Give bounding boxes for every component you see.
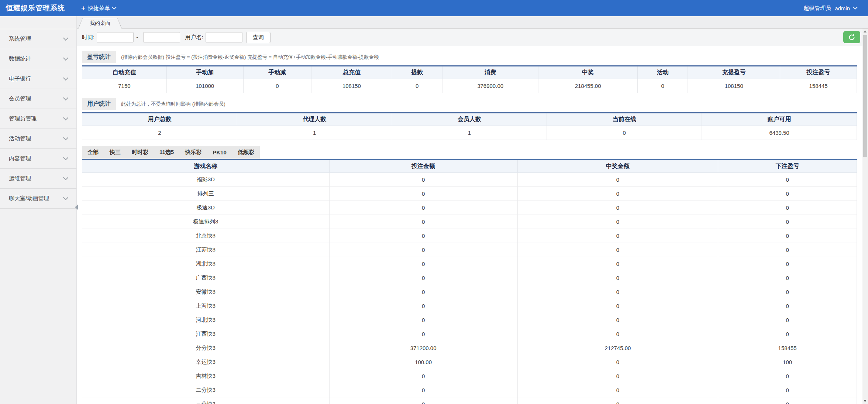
game-name-cell: 江西快3 bbox=[82, 327, 330, 341]
user-name: admin bbox=[835, 5, 850, 11]
chevron-down-icon bbox=[63, 195, 68, 200]
chevron-down-icon bbox=[63, 55, 68, 61]
stat-value-cell: 2 bbox=[82, 126, 237, 140]
query-button[interactable]: 查询 bbox=[246, 32, 271, 43]
game-name-cell: 上海快3 bbox=[82, 299, 330, 313]
refresh-button[interactable] bbox=[843, 31, 860, 43]
stat-value-cell: 218455.00 bbox=[538, 79, 638, 93]
sidebar-item[interactable]: 数据统计 bbox=[0, 49, 76, 69]
tab-label: 我的桌面 bbox=[79, 18, 121, 28]
sidebar: 系统管理 数据统计 电子银行 会员管理 管理员管理 活动管理 内容管理 运维管理… bbox=[0, 16, 77, 404]
bet-amount-cell: 0 bbox=[329, 299, 517, 313]
sidebar-item-label: 会员管理 bbox=[9, 95, 31, 102]
game-filter-tab[interactable]: 11选5 bbox=[154, 146, 179, 159]
tab-my-desktop[interactable]: 我的桌面 bbox=[78, 18, 122, 28]
game-filter-tab[interactable]: 时时彩 bbox=[126, 146, 154, 159]
table-row: 二分快3 0 0 0 bbox=[82, 383, 857, 397]
game-filter-tab[interactable]: PK10 bbox=[207, 146, 232, 159]
sidebar-item[interactable]: 电子银行 bbox=[0, 69, 76, 89]
profit-stats-header-row: 自动充值 手动加 手动减 总充值 提款 消费 中奖 活动 充提盈亏 投注盈亏 bbox=[82, 66, 857, 79]
bet-amount-cell: 0 bbox=[329, 383, 517, 397]
profit-cell: 0 bbox=[718, 257, 857, 271]
profit-cell: 0 bbox=[718, 173, 857, 187]
bet-amount-cell: 0 bbox=[329, 313, 517, 327]
win-amount-cell: 0 bbox=[517, 187, 718, 201]
chevron-down-icon bbox=[63, 115, 68, 120]
user-stats-header: 用户统计 此处为总计，不受查询时间影响 (排除内部会员) bbox=[82, 98, 857, 110]
stat-value-cell: 101000 bbox=[166, 79, 243, 93]
sidebar-item-label: 运维管理 bbox=[9, 175, 31, 182]
user-menu[interactable]: 超级管理员 admin bbox=[803, 0, 857, 16]
sidebar-item-label: 内容管理 bbox=[9, 155, 31, 162]
table-row: 广西快3 0 0 0 bbox=[82, 271, 857, 285]
game-name-cell: 二分快3 bbox=[82, 383, 330, 397]
app-title: 恒耀娱乐管理系统 bbox=[6, 3, 65, 13]
win-amount-cell: 0 bbox=[517, 201, 718, 215]
time-label: 时间: bbox=[82, 34, 94, 41]
vertical-scrollbar[interactable] bbox=[862, 28, 868, 404]
range-separator: - bbox=[136, 34, 138, 41]
game-filter-tab[interactable]: 全部 bbox=[82, 146, 104, 159]
game-filter-tab[interactable]: 快三 bbox=[104, 146, 126, 159]
profit-stats-table: 自动充值 手动加 手动减 总充值 提款 消费 中奖 活动 充提盈亏 投注盈亏 7… bbox=[82, 65, 857, 93]
profit-cell: 100 bbox=[718, 355, 857, 369]
table-row: 幸运快3 100.00 0 100 bbox=[82, 355, 857, 369]
game-name-cell: 安徽快3 bbox=[82, 285, 330, 299]
sidebar-item[interactable]: 运维管理 bbox=[0, 169, 76, 189]
game-name-cell: 湖北快3 bbox=[82, 257, 330, 271]
user-stats-header-row: 用户总数 代理人数 会员人数 当前在线 账户可用 bbox=[82, 113, 857, 126]
win-amount-cell: 0 bbox=[517, 285, 718, 299]
game-name-cell: 江苏快3 bbox=[82, 243, 330, 257]
win-amount-cell: 0 bbox=[517, 243, 718, 257]
column-header: 手动加 bbox=[166, 66, 243, 79]
table-row: 湖北快3 0 0 0 bbox=[82, 257, 857, 271]
sidebar-item[interactable]: 系统管理 bbox=[0, 29, 76, 49]
username-input[interactable] bbox=[206, 32, 242, 42]
sidebar-item[interactable]: 内容管理 bbox=[0, 149, 76, 169]
user-stats-label: 用户统计 bbox=[82, 98, 116, 110]
sidebar-item[interactable]: 会员管理 bbox=[0, 89, 76, 109]
game-name-cell: 河北快3 bbox=[82, 313, 330, 327]
stat-value-cell: 6439.50 bbox=[702, 126, 857, 140]
game-stats-table: 游戏名称 投注金额 中奖金额 下注盈亏 福彩3D 0 0 0 排列三 0 0 0… bbox=[82, 159, 857, 404]
game-filter-tab[interactable]: 低频彩 bbox=[232, 146, 260, 159]
scroll-up-icon[interactable] bbox=[864, 30, 867, 32]
column-header: 投注盈亏 bbox=[780, 66, 857, 79]
game-table-body: 福彩3D 0 0 0 排列三 0 0 0 极速3D 0 0 0 极速排列3 0 … bbox=[82, 173, 857, 404]
stat-value-cell: 7150 bbox=[82, 79, 167, 93]
sidebar-collapse-handle[interactable] bbox=[73, 199, 79, 215]
bet-amount-cell: 0 bbox=[329, 173, 517, 187]
stat-value-cell: 0 bbox=[243, 79, 311, 93]
table-row: 上海快3 0 0 0 bbox=[82, 299, 857, 313]
column-header: 投注金额 bbox=[329, 160, 517, 173]
table-row: 江苏快3 0 0 0 bbox=[82, 243, 857, 257]
user-stats-value-row: 2 1 1 0 6439.50 bbox=[82, 126, 857, 140]
table-row: 江西快3 0 0 0 bbox=[82, 327, 857, 341]
game-filter-tab[interactable]: 快乐彩 bbox=[179, 146, 207, 159]
game-name-cell: 三分快3 bbox=[82, 397, 330, 404]
sidebar-item[interactable]: 活动管理 bbox=[0, 129, 76, 149]
quick-menu-button[interactable]: + 快捷菜单 bbox=[78, 0, 120, 16]
bet-amount-cell: 0 bbox=[329, 327, 517, 341]
game-name-cell: 幸运快3 bbox=[82, 355, 330, 369]
column-header: 会员人数 bbox=[392, 113, 547, 126]
screen: 恒耀娱乐管理系统 + 快捷菜单 超级管理员 admin 系统管理 数据统计 电子… bbox=[0, 0, 868, 404]
scrollbar-thumb[interactable] bbox=[863, 35, 867, 157]
chevron-down-icon bbox=[63, 35, 68, 41]
table-row: 三分快3 0 0 0 bbox=[82, 397, 857, 404]
sidebar-item[interactable]: 管理员管理 bbox=[0, 109, 76, 129]
scroll-down-icon[interactable] bbox=[864, 400, 867, 402]
time-to-input[interactable] bbox=[143, 32, 180, 42]
profit-cell: 0 bbox=[718, 327, 857, 341]
time-from-input[interactable] bbox=[97, 32, 134, 42]
column-header: 下注盈亏 bbox=[718, 160, 857, 173]
stat-value-cell: 1 bbox=[237, 126, 392, 140]
win-amount-cell: 0 bbox=[517, 257, 718, 271]
table-row: 河北快3 0 0 0 bbox=[82, 313, 857, 327]
profit-cell: 158455 bbox=[718, 341, 857, 355]
top-navbar: 恒耀娱乐管理系统 + 快捷菜单 超级管理员 admin bbox=[0, 0, 868, 16]
sidebar-item[interactable]: 聊天室/动画管理 bbox=[0, 189, 76, 209]
column-header: 用户总数 bbox=[82, 113, 237, 126]
stat-value-cell: 0 bbox=[392, 79, 442, 93]
table-row: 极速排列3 0 0 0 bbox=[82, 215, 857, 229]
